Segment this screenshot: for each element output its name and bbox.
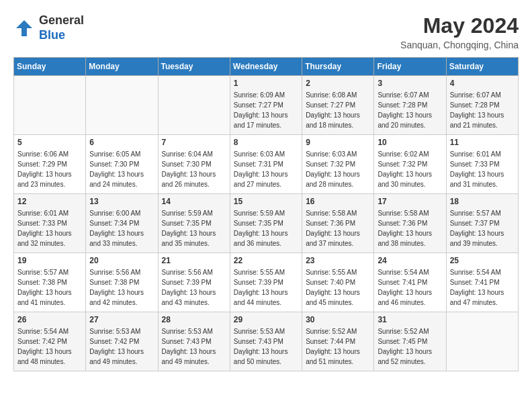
calendar-cell: 4Sunrise: 6:07 AMSunset: 7:28 PMDaylight… [446,76,518,135]
day-number: 14 [162,197,226,206]
calendar-cell: 31Sunrise: 5:52 AMSunset: 7:45 PMDayligh… [374,312,446,371]
calendar-cell: 17Sunrise: 5:58 AMSunset: 7:36 PMDayligh… [374,194,446,253]
day-number: 29 [234,315,298,324]
day-number: 17 [378,197,442,206]
calendar-cell: 8Sunrise: 6:03 AMSunset: 7:31 PMDaylight… [230,135,302,194]
day-info: Sunrise: 6:04 AMSunset: 7:30 PMDaylight:… [162,149,226,189]
day-info: Sunrise: 5:56 AMSunset: 7:39 PMDaylight:… [162,267,226,308]
calendar-cell: 28Sunrise: 5:53 AMSunset: 7:43 PMDayligh… [158,312,230,371]
day-number: 26 [17,315,82,324]
calendar-cell: 12Sunrise: 6:01 AMSunset: 7:33 PMDayligh… [14,194,86,253]
day-info: Sunrise: 5:52 AMSunset: 7:45 PMDaylight:… [378,326,442,367]
calendar-cell: 6Sunrise: 6:05 AMSunset: 7:30 PMDaylight… [86,135,158,194]
day-info: Sunrise: 6:05 AMSunset: 7:30 PMDaylight:… [89,149,154,189]
day-number: 25 [450,256,515,265]
calendar-cell: 30Sunrise: 5:52 AMSunset: 7:44 PMDayligh… [302,312,374,371]
day-number: 3 [378,79,442,88]
calendar-cell: 29Sunrise: 5:53 AMSunset: 7:43 PMDayligh… [230,312,302,371]
day-info: Sunrise: 5:54 AMSunset: 7:42 PMDaylight:… [17,326,82,367]
day-of-week-header: Thursday [302,58,374,76]
logo-icon [13,17,35,39]
calendar-cell: 16Sunrise: 5:58 AMSunset: 7:36 PMDayligh… [302,194,374,253]
month-year: May 2024 [400,13,519,38]
day-info: Sunrise: 6:00 AMSunset: 7:34 PMDaylight:… [89,208,154,248]
day-of-week-header: Sunday [14,58,86,76]
calendar-cell [14,76,86,135]
day-of-week-header: Wednesday [230,58,302,76]
day-number: 16 [306,197,370,206]
day-info: Sunrise: 5:54 AMSunset: 7:41 PMDaylight:… [450,267,515,308]
day-number: 18 [450,197,515,206]
day-of-week-header: Saturday [446,58,518,76]
calendar-week-row: 1Sunrise: 6:09 AMSunset: 7:27 PMDaylight… [14,76,519,135]
page-header: General Blue May 2024 Sanquan, Chongqing… [13,13,519,50]
day-header-row: SundayMondayTuesdayWednesdayThursdayFrid… [14,58,519,76]
calendar-table: SundayMondayTuesdayWednesdayThursdayFrid… [13,57,519,371]
day-number: 27 [89,315,154,324]
day-info: Sunrise: 6:06 AMSunset: 7:29 PMDaylight:… [17,149,82,189]
day-number: 15 [234,197,298,206]
day-info: Sunrise: 6:02 AMSunset: 7:32 PMDaylight:… [378,149,442,189]
logo-general: General [39,13,84,27]
day-of-week-header: Tuesday [158,58,230,76]
logo-blue: Blue [39,28,65,42]
day-number: 30 [306,315,370,324]
day-info: Sunrise: 6:01 AMSunset: 7:33 PMDaylight:… [17,208,82,248]
calendar-cell: 15Sunrise: 5:59 AMSunset: 7:35 PMDayligh… [230,194,302,253]
day-number: 9 [306,138,370,147]
calendar-cell: 26Sunrise: 5:54 AMSunset: 7:42 PMDayligh… [14,312,86,371]
calendar-cell: 1Sunrise: 6:09 AMSunset: 7:27 PMDaylight… [230,76,302,135]
calendar-cell [446,312,518,371]
day-number: 5 [17,138,82,147]
day-number: 8 [234,138,298,147]
day-of-week-header: Friday [374,58,446,76]
calendar-cell: 9Sunrise: 6:03 AMSunset: 7:32 PMDaylight… [302,135,374,194]
title-block: May 2024 Sanquan, Chongqing, China [400,13,519,50]
day-info: Sunrise: 5:58 AMSunset: 7:36 PMDaylight:… [378,208,442,248]
day-number: 23 [306,256,370,265]
day-info: Sunrise: 5:59 AMSunset: 7:35 PMDaylight:… [162,208,226,248]
day-number: 1 [234,79,298,88]
calendar-week-row: 26Sunrise: 5:54 AMSunset: 7:42 PMDayligh… [14,312,519,371]
calendar-cell: 24Sunrise: 5:54 AMSunset: 7:41 PMDayligh… [374,253,446,312]
day-number: 4 [450,79,515,88]
calendar-cell: 22Sunrise: 5:55 AMSunset: 7:39 PMDayligh… [230,253,302,312]
calendar-cell: 27Sunrise: 5:53 AMSunset: 7:42 PMDayligh… [86,312,158,371]
logo-text: General Blue [39,13,84,42]
calendar-cell: 25Sunrise: 5:54 AMSunset: 7:41 PMDayligh… [446,253,518,312]
calendar-cell: 11Sunrise: 6:01 AMSunset: 7:33 PMDayligh… [446,135,518,194]
day-number: 28 [162,315,226,324]
day-info: Sunrise: 6:03 AMSunset: 7:32 PMDaylight:… [306,149,370,189]
logo: General Blue [13,13,84,42]
calendar-cell: 13Sunrise: 6:00 AMSunset: 7:34 PMDayligh… [86,194,158,253]
day-info: Sunrise: 5:57 AMSunset: 7:37 PMDaylight:… [450,208,515,248]
day-number: 24 [378,256,442,265]
day-number: 22 [234,256,298,265]
day-number: 20 [89,256,154,265]
day-number: 10 [378,138,442,147]
svg-marker-0 [16,20,32,36]
calendar-cell [86,76,158,135]
calendar-cell: 18Sunrise: 5:57 AMSunset: 7:37 PMDayligh… [446,194,518,253]
calendar-cell: 21Sunrise: 5:56 AMSunset: 7:39 PMDayligh… [158,253,230,312]
day-info: Sunrise: 5:55 AMSunset: 7:40 PMDaylight:… [306,267,370,308]
day-info: Sunrise: 6:01 AMSunset: 7:33 PMDaylight:… [450,149,515,189]
calendar-cell: 5Sunrise: 6:06 AMSunset: 7:29 PMDaylight… [14,135,86,194]
calendar-cell [158,76,230,135]
day-number: 7 [162,138,226,147]
day-info: Sunrise: 5:52 AMSunset: 7:44 PMDaylight:… [306,326,370,367]
day-info: Sunrise: 6:07 AMSunset: 7:28 PMDaylight:… [450,90,515,130]
day-info: Sunrise: 5:57 AMSunset: 7:38 PMDaylight:… [17,267,82,308]
location: Sanquan, Chongqing, China [400,40,519,50]
calendar-cell: 2Sunrise: 6:08 AMSunset: 7:27 PMDaylight… [302,76,374,135]
day-number: 6 [89,138,154,147]
day-number: 13 [89,197,154,206]
calendar-week-row: 5Sunrise: 6:06 AMSunset: 7:29 PMDaylight… [14,135,519,194]
day-info: Sunrise: 5:54 AMSunset: 7:41 PMDaylight:… [378,267,442,308]
calendar-cell: 3Sunrise: 6:07 AMSunset: 7:28 PMDaylight… [374,76,446,135]
day-info: Sunrise: 6:03 AMSunset: 7:31 PMDaylight:… [234,149,298,189]
day-number: 31 [378,315,442,324]
calendar-week-row: 12Sunrise: 6:01 AMSunset: 7:33 PMDayligh… [14,194,519,253]
calendar-cell: 23Sunrise: 5:55 AMSunset: 7:40 PMDayligh… [302,253,374,312]
day-info: Sunrise: 5:53 AMSunset: 7:43 PMDaylight:… [162,326,226,367]
